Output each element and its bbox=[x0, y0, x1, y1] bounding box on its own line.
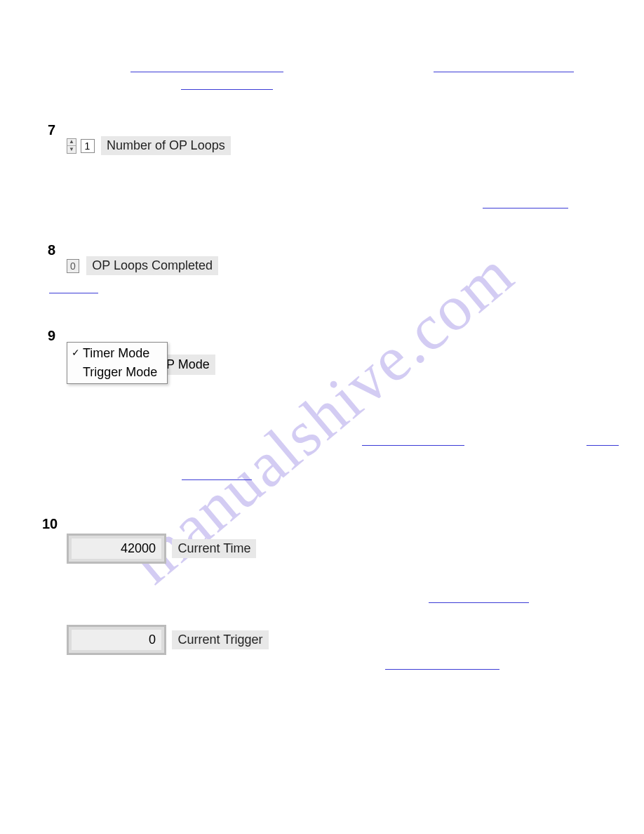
item-number-8: 8 bbox=[48, 242, 55, 258]
decorative-underline bbox=[385, 669, 499, 670]
decorative-underline bbox=[483, 208, 568, 208]
current-time-field-wrap: 42000 bbox=[67, 534, 166, 564]
current-time-label: Current Time bbox=[172, 539, 256, 558]
item-number-7: 7 bbox=[48, 122, 55, 138]
decorative-underline bbox=[586, 445, 619, 446]
decorative-underline bbox=[434, 72, 574, 72]
spinner-up-icon[interactable]: ▲ bbox=[67, 139, 76, 146]
decorative-underline bbox=[182, 479, 252, 480]
check-icon: ✓ bbox=[72, 347, 80, 358]
item-number-10: 10 bbox=[42, 516, 58, 532]
current-trigger-value: 0 bbox=[71, 629, 162, 651]
current-time-value: 42000 bbox=[71, 538, 162, 560]
op-loops-completed-control: 0 OP Loops Completed bbox=[67, 256, 218, 275]
op-mode-dropdown[interactable]: OP Mode ✓ Timer Mode Trigger Mode bbox=[67, 342, 168, 384]
decorative-underline bbox=[362, 445, 464, 446]
op-mode-option-timer[interactable]: ✓ Timer Mode bbox=[67, 344, 167, 363]
decorative-underline bbox=[49, 293, 98, 293]
spinner-down-icon[interactable]: ▼ bbox=[67, 146, 76, 153]
op-loops-completed-label: OP Loops Completed bbox=[86, 256, 218, 275]
dropdown-option-label: Timer Mode bbox=[83, 346, 149, 360]
current-trigger-control: 0 Current Trigger bbox=[67, 625, 269, 655]
item-number-9: 9 bbox=[48, 328, 55, 344]
current-time-control: 42000 Current Time bbox=[67, 534, 256, 564]
op-loops-spinner[interactable]: ▲ ▼ bbox=[67, 138, 76, 154]
decorative-underline bbox=[429, 602, 529, 603]
decorative-underline bbox=[130, 72, 283, 72]
op-mode-option-trigger[interactable]: Trigger Mode bbox=[67, 363, 167, 382]
dropdown-option-label: Trigger Mode bbox=[83, 365, 157, 379]
op-loops-value-field[interactable]: 1 bbox=[81, 139, 95, 153]
number-of-op-loops-control: ▲ ▼ 1 Number of OP Loops bbox=[67, 136, 231, 155]
op-mode-dropdown-list: ✓ Timer Mode Trigger Mode bbox=[67, 342, 168, 384]
op-loops-label: Number of OP Loops bbox=[101, 136, 231, 155]
op-loops-completed-value: 0 bbox=[67, 259, 79, 273]
current-trigger-field-wrap: 0 bbox=[67, 625, 166, 655]
op-mode-control: OP Mode ✓ Timer Mode Trigger Mode bbox=[67, 342, 168, 384]
current-trigger-label: Current Trigger bbox=[172, 630, 268, 649]
decorative-underline bbox=[181, 89, 273, 90]
